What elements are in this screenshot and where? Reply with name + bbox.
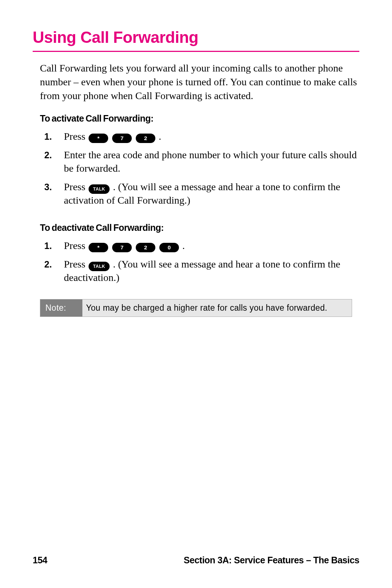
list-item: 2. Press TALK . (You will see a message … [40, 258, 359, 290]
key-star-icon: * [89, 134, 108, 143]
page-title: Using Call Forwarding [33, 28, 359, 52]
key-star-icon: * [89, 243, 108, 252]
section-label: Section 3A: Service Features – The Basic… [184, 555, 359, 565]
step-text: Press [64, 181, 88, 192]
page-footer: 154 Section 3A: Service Features – The B… [33, 555, 359, 565]
step-text: . [182, 240, 185, 251]
step-text: Press [64, 240, 88, 251]
key-2-icon: 2 [136, 243, 155, 252]
note-label: Note: [40, 299, 82, 317]
list-item: 1. Press * 7 2 0 . [40, 239, 359, 258]
list-item: 3. Press TALK . (You will see a message … [40, 180, 359, 212]
step-number: 1. [44, 130, 52, 144]
note-box: Note: You may be charged a higher rate f… [40, 299, 352, 317]
list-item: 2. Enter the area code and phone number … [40, 148, 359, 180]
deactivate-steps: 1. Press * 7 2 0 . 2. Press TALK . (You … [40, 239, 359, 290]
deactivate-heading: To deactivate Call Forwarding: [40, 222, 359, 234]
key-talk-icon: TALK [89, 262, 110, 271]
step-text: Enter the area code and phone number to … [64, 149, 357, 174]
step-text: Press [64, 258, 88, 270]
key-7-icon: 7 [112, 134, 132, 143]
step-text: . [159, 131, 161, 142]
manual-page: Using Call Forwarding Call Forwarding le… [0, 0, 392, 588]
activate-heading: To activate Call Forwarding: [40, 113, 359, 125]
activate-steps: 1. Press * 7 2 . 2. Enter the area code … [40, 130, 359, 212]
step-number: 2. [44, 148, 52, 162]
step-number: 3. [44, 180, 52, 194]
intro-paragraph: Call Forwarding lets you forward all you… [40, 61, 359, 102]
key-7-icon: 7 [112, 243, 132, 252]
key-talk-icon: TALK [89, 184, 110, 194]
list-item: 1. Press * 7 2 . [40, 130, 359, 148]
step-number: 2. [44, 258, 52, 271]
step-text: Press [64, 131, 88, 142]
page-number: 154 [33, 555, 47, 565]
note-text: You may be charged a higher rate for cal… [82, 299, 352, 317]
page-content: Call Forwarding lets you forward all you… [33, 61, 359, 317]
key-0-icon: 0 [159, 243, 179, 252]
step-number: 1. [44, 239, 52, 253]
key-2-icon: 2 [136, 134, 155, 143]
